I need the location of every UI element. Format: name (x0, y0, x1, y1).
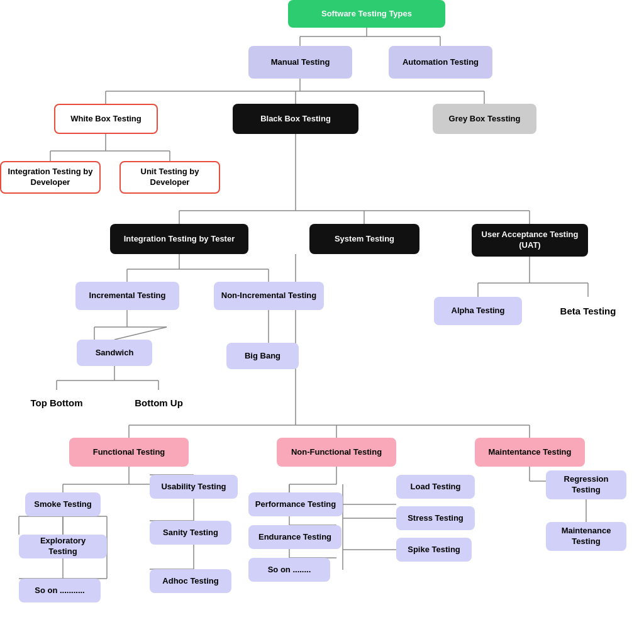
node-blackbox: Black Box Testing (233, 104, 358, 134)
node-soon_func: So on ........... (19, 579, 101, 602)
node-nonincremental: Non-Incremental Testing (214, 282, 324, 310)
node-root: Software Testing Types (288, 0, 445, 28)
node-beta: Beta Testing (547, 297, 629, 325)
node-automation: Automation Testing (389, 46, 492, 79)
node-sanity: Sanity Testing (150, 521, 231, 545)
node-spike: Spike Testing (396, 538, 472, 562)
node-maintenance: Maintentance Testing (475, 438, 585, 467)
node-maintenance2: Maintenance Testing (546, 522, 626, 551)
node-functional: Functional Testing (69, 438, 189, 467)
node-greybox: Grey Box Tessting (433, 104, 536, 134)
node-nonfunctional: Non-Functional Testing (277, 438, 396, 467)
node-integration_dev: Integration Testing by Developer (0, 161, 101, 194)
node-regression: Regression Testing (546, 470, 626, 499)
node-uat: User Acceptance Testing (UAT) (472, 224, 588, 257)
node-adhoc: Adhoc Testing (150, 569, 231, 593)
node-stress: Stress Testing (396, 506, 475, 530)
node-manual: Manual Testing (248, 46, 352, 79)
node-topbottom: Top Bottom (19, 390, 94, 416)
node-endurance: Endurance Testing (248, 525, 341, 549)
diagram: Software Testing TypesManual TestingAuto… (0, 0, 644, 644)
node-usability: Usability Testing (150, 475, 238, 499)
node-integration_tester: Integration Testing by Tester (110, 224, 248, 254)
node-smoke: Smoke Testing (25, 492, 101, 516)
node-bigbang: Big Bang (226, 343, 299, 369)
node-load: Load Testing (396, 475, 475, 499)
node-unit_dev: Unit Testing by Developer (119, 161, 220, 194)
node-system: System Testing (309, 224, 419, 254)
svg-line-29 (114, 327, 167, 340)
node-sandwich: Sandwich (77, 340, 152, 366)
node-performance: Performance Testing (248, 492, 343, 516)
node-incremental: Incremental Testing (75, 282, 179, 310)
node-exploratory: Exploratory Testing (19, 535, 107, 558)
node-whitebox: White Box Testing (54, 104, 158, 134)
node-bottomup: Bottom Up (123, 390, 195, 416)
node-soon_nf: So on ........ (248, 558, 330, 582)
node-alpha: Alpha Testing (434, 297, 522, 325)
